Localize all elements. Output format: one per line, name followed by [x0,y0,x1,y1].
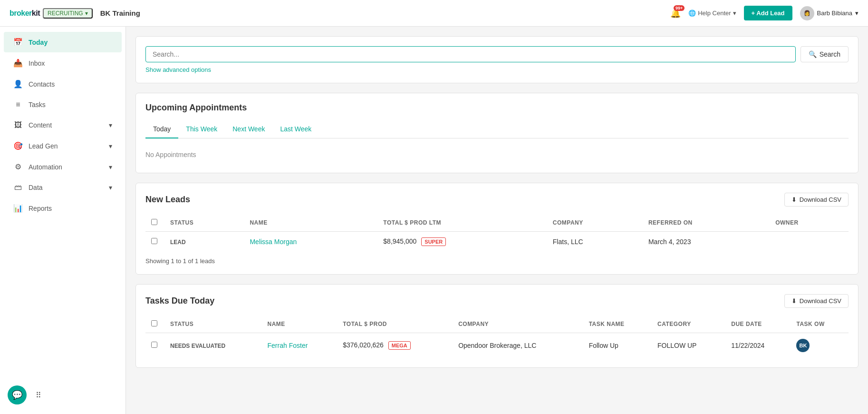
sidebar-item-reports[interactable]: 📊 Reports [4,198,122,218]
sidebar-item-label: Content [29,121,103,129]
appointments-header: Upcoming Appointments [145,103,849,113]
sidebar-item-contacts[interactable]: 👤 Contacts [4,74,122,94]
appointments-title: Upcoming Appointments [145,103,247,113]
new-leads-header: New Leads ⬇ Download CSV [145,193,849,207]
grid-button[interactable]: ⠿ [31,388,46,402]
notification-badge: 99+ [674,5,685,11]
col-status: STATUS [164,214,244,232]
download-tasks-label: Download CSV [800,297,841,305]
download-icon: ⬇ [791,196,797,203]
sidebar-item-inbox[interactable]: 📥 Inbox [4,53,122,73]
tasks-due-card: Tasks Due Today ⬇ Download CSV STATUS NA… [135,284,858,368]
tab-this-week[interactable]: This Week [178,120,225,138]
new-leads-title: New Leads [145,195,190,205]
tasks-col-due-date: DUE DATE [725,315,791,333]
row-checkbox-cell [145,232,164,252]
sidebar-item-today[interactable]: 📅 Today [4,32,122,52]
sidebar-item-label: Reports [29,205,112,212]
row-referred-on: March 4, 2023 [643,232,770,252]
leadgen-icon: 🎯 [13,141,23,150]
task-row-name[interactable]: Ferrah Foster [262,333,338,358]
sidebar-item-label: Today [29,39,112,46]
calendar-icon: 📅 [13,38,23,47]
sidebar-item-label: Lead Gen [29,142,103,150]
sidebar-item-leadgen[interactable]: 🎯 Lead Gen ▾ [4,136,122,156]
download-leads-label: Download CSV [800,196,841,203]
tab-last-week[interactable]: Last Week [272,120,319,138]
select-all-header [145,214,164,232]
recruiting-label: RECRUITING [48,10,83,17]
task-row-total-prod: $376,020,626 MEGA [337,333,453,358]
task-row-due-date: 11/22/2024 [725,333,791,358]
no-appointments-text: No Appointments [145,146,849,163]
help-label: Help Center [698,10,731,17]
tasks-col-owner: TASK OW [791,315,849,333]
user-menu-button[interactable]: 👩 Barb Bibiana ▾ [800,6,858,20]
help-center-button[interactable]: 🌐 Help Center ▾ [688,10,736,17]
content-icon: 🖼 [13,121,23,129]
chevron-down-icon: ▾ [733,10,736,17]
row-status: LEAD [164,232,244,252]
new-leads-table: STATUS NAME TOTAL $ PROD LTM COMPANY REF… [145,214,849,252]
help-icon: 🌐 [688,10,696,17]
contacts-icon: 👤 [13,79,23,89]
table-row: LEAD Melissa Morgan $8,945,000 SUPER Fla… [145,232,849,252]
user-name: Barb Bibiana [817,10,852,17]
col-name: NAME [244,214,377,232]
task-row-owner: BK [791,333,849,358]
tab-next-week[interactable]: Next Week [225,120,272,138]
tasks-col-status: STATUS [164,315,262,333]
task-row-checkbox[interactable] [151,342,157,348]
reports-icon: 📊 [13,204,23,213]
main-layout: 📅 Today 📥 Inbox 👤 Contacts ≡ Tasks 🖼 Con… [0,27,868,414]
tasks-col-name: NAME [262,315,338,333]
sidebar-item-automation[interactable]: ⚙ Automation ▾ [4,157,122,177]
avatar-image: 👩 [804,10,810,16]
chevron-down-icon: ▾ [109,142,112,150]
search-button[interactable]: 🔍 Search [800,46,849,62]
chat-button[interactable]: 💬 [8,385,27,404]
task-row-checkbox-cell [145,333,164,358]
topnav-right: 🔔 99+ 🌐 Help Center ▾ + Add Lead 👩 Barb … [670,6,858,20]
main-content: 🔍 Search Show advanced options Upcoming … [126,27,868,414]
download-leads-button[interactable]: ⬇ Download CSV [784,193,849,207]
tab-today[interactable]: Today [145,120,178,138]
tasks-table: STATUS NAME TOTAL $ PROD COMPANY TASK NA… [145,315,849,358]
search-icon: 🔍 [809,50,817,58]
automation-icon: ⚙ [13,162,23,171]
mega-badge: MEGA [388,341,411,350]
add-lead-button[interactable]: + Add Lead [744,6,792,20]
new-leads-card: New Leads ⬇ Download CSV STATUS NAME TOT… [135,183,858,275]
search-input[interactable] [145,46,796,62]
chevron-down-icon: ▾ [109,184,112,191]
chevron-down-icon: ▾ [109,163,112,171]
brand-logo-area: brokerkit RECRUITING ▾ BK Training [10,8,140,19]
sidebar-item-label: Data [29,184,103,191]
task-row-task-name: Follow Up [583,333,652,358]
sidebar-item-label: Tasks [29,101,112,108]
recruiting-dropdown[interactable]: RECRUITING ▾ [43,8,93,19]
top-navigation: brokerkit RECRUITING ▾ BK Training 🔔 99+… [0,0,868,27]
chevron-down-icon: ▾ [855,10,858,17]
search-row: 🔍 Search [145,46,849,62]
sidebar-item-content[interactable]: 🖼 Content ▾ [4,115,122,135]
appointments-card: Upcoming Appointments Today This Week Ne… [135,93,858,173]
tasks-col-total-prod: TOTAL $ PROD [337,315,453,333]
task-row-status: NEEDS EVALUATED [164,333,262,358]
chevron-down-icon: ▾ [109,121,112,129]
notifications-button[interactable]: 🔔 99+ [670,8,681,19]
advanced-options-link[interactable]: Show advanced options [145,66,211,73]
row-name[interactable]: Melissa Morgan [244,232,377,252]
download-tasks-button[interactable]: ⬇ Download CSV [784,294,849,308]
tasks-due-title: Tasks Due Today [145,296,214,306]
col-company: COMPANY [547,214,643,232]
select-all-checkbox[interactable] [151,219,157,225]
row-owner [770,232,849,252]
tasks-select-all-checkbox[interactable] [151,320,157,326]
sidebar-item-label: Automation [29,163,103,171]
row-total-prod: $8,945,000 SUPER [377,232,547,252]
row-company: Flats, LLC [547,232,643,252]
sidebar-item-tasks[interactable]: ≡ Tasks [4,95,122,115]
row-checkbox[interactable] [151,238,157,244]
sidebar-item-data[interactable]: 🗃 Data ▾ [4,177,122,197]
